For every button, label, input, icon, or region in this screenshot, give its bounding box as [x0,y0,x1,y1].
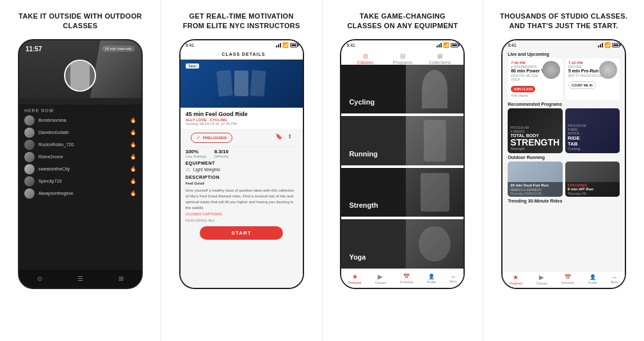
p4-prog-card-strength[interactable]: PROGRAM 4 WEEKS TOTAL BODY STRENGTH Stre… [508,108,563,153]
panel-outdoor: TAKE IT OUTSIDE WITH OUTDOOR CLASSES 11:… [0,0,161,341]
p3-classes-icon: ▶ [378,273,383,280]
panel-studio: THOUSANDS OF STUDIO CLASSES.AND THAT'S J… [483,0,644,341]
p3-nav-schedule[interactable]: 📅 Schedule [400,274,414,284]
featured-label: Featured [348,281,361,285]
p2-check-icon: ✓ [197,135,200,140]
p4-programs-title: Recommended Programs [508,102,620,106]
p2-preloaded-button[interactable]: ✓ PRELOADED [191,133,233,143]
featured-icon: ★ [352,273,358,280]
p3-signal-bars [437,42,442,47]
p4-wifi-icon: 📶 [604,42,611,48]
p3-nav-featured[interactable]: ★ Featured [348,273,361,285]
p1-username-1: Bombmomma [38,118,126,122]
p2-equipment-row: ⚖ Light Weights [186,167,298,172]
p4-outdoor-card-2[interactable]: 8 BEGINNER 8 min HIT Run Thursday 09/... [565,162,620,197]
p4-nav-profile[interactable]: 👤 Profile [588,274,597,285]
p1-username-4: Rome2rome [38,154,126,159]
tab-classes-label: Classes [357,60,373,65]
running-person [424,120,446,162]
p1-username-3: RockinRobin_720 [38,142,126,147]
p3-nav-more[interactable]: ••• More [449,275,456,283]
phone-3: 9:41 📶 [340,39,465,289]
p4-count-value: 4:49 [511,94,517,97]
p1-nav-list-icon[interactable]: ☰ [77,275,83,282]
p4-count-me-in-button[interactable]: COUNT ME IN [568,81,596,89]
p3-bottom-nav: ★ Featured ▶ Classes 📅 Schedule 👤 Profil… [341,270,463,288]
p3-status-bar: 9:41 📶 [341,40,463,50]
p1-username-5: sweatsintheCity [38,167,126,171]
p1-avatar-6 [24,176,35,187]
p2-closed-captions: CLOSED CAPTIONS [186,212,298,216]
p2-status-bar: 9:41 📶 [181,40,303,50]
p4-join-button[interactable]: JOIN CLASS [511,86,535,92]
p1-nav-share-icon[interactable]: ⊞ [118,275,124,282]
p4-outdoor-class-1: 20 min Soul Fun Run [510,183,560,188]
p4-more-label: More [611,280,618,284]
category-yoga[interactable]: Yoga [341,218,463,270]
p4-outdoor-card-1[interactable]: 20 min Soul Fun Run REBECCA KENNEDY Thur… [508,162,563,197]
p4-classes-nav-label: Classes [536,281,547,285]
schedule-icon: 📅 [403,274,410,279]
p4-outdoor-class-2: 8 min HIT Run [568,187,618,192]
cycling-person [422,70,447,108]
p4-strength-bg: PROGRAM 4 WEEKS TOTAL BODY STRENGTH Stre… [508,108,563,153]
strength-figure [406,168,463,217]
p4-schedule-icon: 📅 [565,274,571,280]
p2-start-button[interactable]: START [200,226,283,240]
p4-featured-icon: ★ [513,274,519,281]
category-cycling[interactable]: Cycling [341,65,463,115]
p4-nav-more[interactable]: ••• More [611,276,618,284]
p1-avatar-3 [24,140,35,150]
p1-bottom-nav: ⊙ ☰ ⊞ [19,270,141,288]
cycling-label: Cycling [349,98,374,106]
p4-ride-tab-text: RIDETAB [568,135,618,147]
p4-prog-strength-discipline: Strength [510,147,560,151]
p3-classes-nav-label: Classes [374,281,386,285]
p1-nav-home-icon[interactable]: ⊙ [37,275,42,282]
p4-more-icon: ••• [613,276,616,279]
p4-nav-schedule[interactable]: 📅 Schedule [561,274,574,285]
p2-instructor-name: ALLY LOVE [186,118,207,122]
p4-outdoor-info-1: 20 min Soul Fun Run REBECCA KENNEDY Thur… [508,182,563,197]
yoga-image [406,219,463,269]
p4-live-card-1[interactable]: 7:00 PM ♦ INTERMEDIATE 60 min Power Yoga… [508,58,563,100]
category-running[interactable]: Running [341,115,463,167]
p4-battery-icon [612,43,620,47]
p1-avatar-7 [24,188,35,199]
p1-flame-4: 🔥 [130,154,136,160]
p1-username-6: Spincity718 [38,179,126,183]
p4-prog-card-ride[interactable]: PROGRAM 4 WEE... WITH B... RIDETAB Cycli… [565,108,620,153]
p4-nav-featured[interactable]: ★ Featured [510,274,522,285]
p2-signal: 📶 [276,42,298,48]
p1-username-2: DavidnoGoliath [38,130,126,135]
p4-featured-label: Featured [510,281,522,285]
p3-nav-classes[interactable]: ▶ Classes [374,273,386,285]
category-strength[interactable]: Strength [341,167,463,219]
list-item: DavidnoGoliath 🔥 [24,128,136,138]
p2-description-text: Give yourself a healthy dose of positive… [186,188,298,211]
p4-count-label: shared [518,94,527,97]
p1-screen: 11:57 16 min Intervals HERE NOW Bombmomm… [19,40,141,288]
p3-nav-profile[interactable]: 👤 Profile [427,274,436,284]
p2-hero-image: Taken [181,60,303,108]
p4-status-bar: 9:41 📶 [503,40,625,50]
p1-avatar-4 [24,152,35,162]
p1-flame-3: 🔥 [130,142,136,147]
p2-share-icon[interactable]: ⬆ [287,133,293,140]
p4-live-card-2[interactable]: 7:22 PM ENCORE 5 min Pre-Run V... MATTY … [565,58,620,100]
p4-bottom-nav: ★ Featured ▶ Classes 📅 Schedule 👤 Profil… [503,271,625,288]
cycling-image [406,65,463,114]
p4-nav-classes[interactable]: ▶ Classes [536,274,547,285]
list-item: Spincity718 🔥 [24,176,136,187]
p1-username-7: Alwaysontheglow [38,191,126,195]
p4-outdoor-date-1: Thursday 09/05/19 Mi... [510,192,560,195]
p2-class-date: Sunday 06/16/19 @ 12:45 PM [186,122,298,126]
p2-bookmark-icon[interactable]: 🔖 [275,133,282,140]
p1-avatar-1 [24,115,35,126]
p2-class-details-header: ‹ CLASS DETAILS [181,50,303,60]
p3-wifi-icon: 📶 [443,42,449,48]
profile-label: Profile [427,280,436,284]
p4-prog-ride-discipline: Cycling [568,147,618,151]
p2-weights-icon: ⚖ [186,167,190,172]
p1-here-label: HERE NOW [24,108,136,113]
